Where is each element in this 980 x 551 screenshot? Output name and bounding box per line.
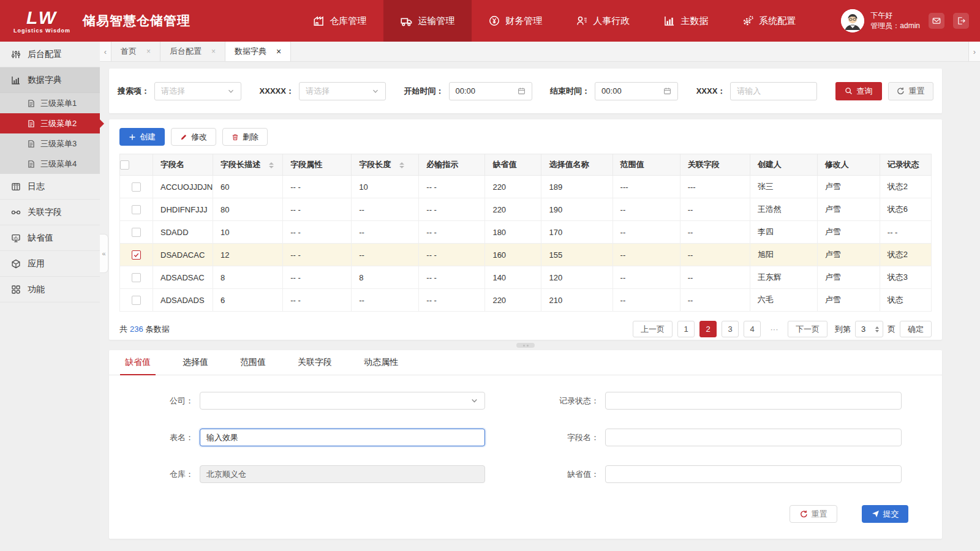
modify-button[interactable]: 修改	[171, 128, 216, 146]
tabs-scroll-right[interactable]: ›	[968, 42, 980, 61]
monitor-icon	[11, 233, 21, 243]
sort-icon[interactable]	[269, 162, 274, 168]
sidebar-collapse-handle[interactable]: «	[100, 234, 108, 273]
sidebar-item-data-dict[interactable]: 数据字典	[0, 67, 100, 93]
close-icon[interactable]: ×	[211, 47, 216, 56]
mail-button[interactable]	[929, 13, 944, 29]
nav-item-warehouse[interactable]: 仓库管理	[296, 0, 383, 42]
refresh-icon	[800, 510, 808, 518]
total-count: 共236条数据	[119, 324, 170, 335]
sidebar-item-application[interactable]: 应用	[0, 251, 100, 277]
page-4[interactable]: 4	[744, 321, 761, 337]
detail-tab-dynamic-attr[interactable]: 动态属性	[348, 350, 414, 375]
goto-confirm-button[interactable]: 确定	[900, 321, 932, 337]
nav-item-hr[interactable]: 人事行政	[559, 0, 647, 42]
sidebar-item-backend-config[interactable]: 后台配置	[0, 42, 100, 67]
create-button[interactable]: 创建	[119, 128, 165, 146]
xxxx-input[interactable]: 请输入	[730, 82, 817, 100]
filter-reset-button[interactable]: 重置	[888, 82, 933, 100]
detail-tab-range-value[interactable]: 范围值	[224, 350, 282, 375]
detail-tab-related-fields[interactable]: 关联字段	[282, 350, 348, 375]
row-checkbox[interactable]	[132, 296, 141, 305]
end-time-input[interactable]: 00:00	[595, 82, 678, 100]
search-icon	[845, 87, 853, 95]
search-item-select[interactable]: 请选择	[154, 82, 241, 100]
col-field-length[interactable]: 字段长度	[352, 154, 419, 176]
end-time-label: 结束时间：	[550, 86, 590, 97]
log-grid-icon	[11, 182, 21, 192]
stepper-arrows-icon[interactable]	[875, 326, 879, 332]
tab-home[interactable]: 首页 ×	[111, 42, 160, 61]
nav-item-transport[interactable]: 运输管理	[383, 0, 472, 42]
detail-tab-default-value[interactable]: 缺省值	[109, 350, 167, 375]
sidebar-item-related-fields[interactable]: 关联字段	[0, 200, 100, 225]
total-number: 236	[130, 324, 143, 334]
record-status-label: 记录状态：	[507, 395, 599, 407]
sidebar-item-default-value[interactable]: 缺省值	[0, 225, 100, 251]
tab-data-dict[interactable]: 数据字典 ×	[225, 42, 291, 61]
col-field-long-desc[interactable]: 字段长描述	[213, 154, 283, 176]
sidebar-item-log[interactable]: 日志	[0, 174, 100, 200]
row-checkbox[interactable]	[132, 228, 141, 237]
query-button[interactable]: 查询	[835, 82, 882, 100]
table-row[interactable]: SDADD10 -- --- -- -180 170-- --李四 卢雪-- -	[120, 221, 932, 244]
link-icon	[11, 208, 21, 217]
avatar[interactable]	[841, 9, 864, 32]
table-row[interactable]: ADSADADS6 -- --- -- -220 210-- --六毛 卢雪状态	[120, 289, 932, 312]
sidebar-item-submenu-3[interactable]: 三级菜单3	[0, 133, 100, 154]
company-select[interactable]	[200, 392, 485, 410]
tab-backend-config[interactable]: 后台配置 ×	[160, 42, 225, 61]
page-ellipsis[interactable]: ···	[766, 321, 783, 337]
close-icon[interactable]: ×	[276, 47, 281, 56]
table-name-input[interactable]: 输入效果	[200, 429, 485, 446]
submit-button[interactable]: 提交	[862, 505, 908, 523]
gear-icon	[742, 15, 753, 26]
user-area: 下午好 管理员：admin	[841, 9, 969, 32]
nav-item-settings[interactable]: 系统配置	[725, 0, 813, 42]
user-role: 管理员：admin	[870, 21, 920, 31]
table-toolbar: 创建 修改 删除	[119, 128, 932, 146]
page-tabbar: ‹ 首页 × 后台配置 × 数据字典 × ›	[100, 42, 980, 62]
sidebar-item-submenu-2[interactable]: 三级菜单2	[0, 113, 100, 133]
sidebar-item-submenu-1[interactable]: 三级菜单1	[0, 93, 100, 113]
row-checkbox[interactable]	[132, 205, 141, 214]
mail-icon	[932, 17, 941, 25]
calendar-icon	[663, 87, 671, 95]
nav-item-masterdata[interactable]: 主数据	[647, 0, 725, 42]
page-3[interactable]: 3	[722, 321, 739, 337]
logout-button[interactable]	[953, 13, 969, 29]
next-page-button[interactable]: 下一页	[788, 321, 827, 337]
page-1[interactable]: 1	[677, 321, 695, 337]
table-row[interactable]: ACCUOJJDJN60 -- -10 -- -220 189--- ---张三…	[120, 176, 932, 198]
record-status-input[interactable]	[605, 392, 902, 410]
row-checkbox[interactable]	[132, 273, 141, 282]
delete-button[interactable]: 删除	[222, 128, 268, 146]
panel-resize-handle[interactable]	[516, 343, 535, 348]
row-checkbox-checked[interactable]	[132, 250, 141, 260]
table-name-label: 表名：	[109, 432, 194, 443]
user-info: 下午好 管理员：admin	[870, 10, 920, 31]
close-icon[interactable]: ×	[146, 47, 151, 56]
row-checkbox[interactable]	[132, 182, 141, 192]
sidebar-item-submenu-4[interactable]: 三级菜单4	[0, 154, 100, 174]
page-2-active[interactable]: 2	[699, 321, 717, 337]
bar-chart-icon	[664, 15, 675, 26]
xxxxx-select[interactable]: 请选择	[299, 82, 386, 100]
detail-tab-select-value[interactable]: 选择值	[167, 350, 224, 375]
table-row-selected[interactable]: DSADACAC12 -- --- -- -160 155-- --旭阳 卢雪状…	[120, 244, 932, 266]
table-row[interactable]: ADSADSAC8 -- -8 -- -140 120-- --王东辉 卢雪状态…	[120, 266, 932, 289]
warehouse-icon	[313, 15, 324, 26]
nav-item-finance[interactable]: 财务管理	[472, 0, 559, 42]
default-value-input[interactable]	[605, 465, 902, 483]
table-header-row: 字段名 字段长描述 字段属性 字段长度 必输指示 缺省值 选择值名称 范围值 关…	[120, 154, 932, 176]
goto-page-input[interactable]: 3	[855, 321, 883, 337]
table-row[interactable]: DHDIFNFJJJ80 -- --- -- -220 190-- --王浩然 …	[120, 198, 932, 221]
prev-page-button[interactable]: 上一页	[633, 321, 673, 337]
form-reset-button[interactable]: 重置	[790, 505, 837, 523]
tabs-scroll-left[interactable]: ‹	[100, 42, 111, 61]
sidebar-item-function[interactable]: 功能	[0, 277, 100, 302]
sort-icon[interactable]	[399, 162, 404, 168]
field-name-input[interactable]	[605, 429, 902, 446]
select-all-checkbox[interactable]	[120, 160, 129, 170]
start-time-input[interactable]: 00:00	[449, 82, 532, 100]
